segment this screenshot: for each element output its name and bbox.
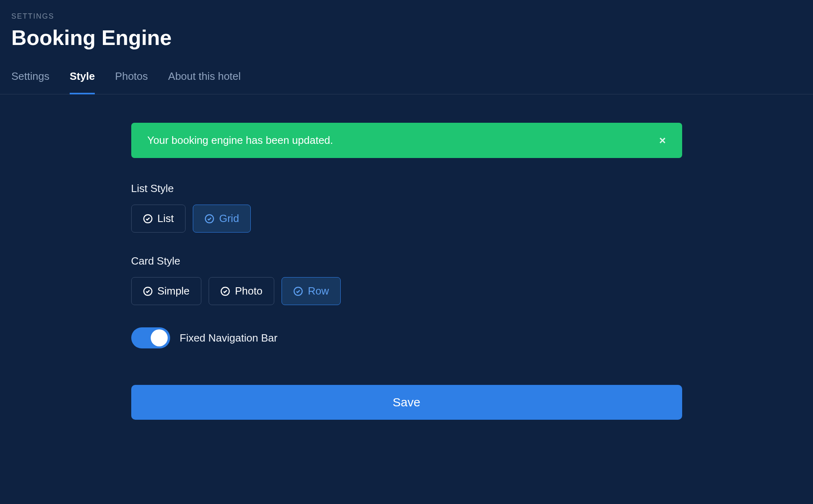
card-style-photo-button[interactable]: Photo — [209, 277, 274, 305]
page-header: SETTINGS Booking Engine — [0, 12, 813, 50]
option-label: Photo — [235, 285, 262, 297]
check-circle-icon — [205, 214, 214, 224]
list-style-grid-button[interactable]: Grid — [193, 205, 251, 233]
card-style-row-button[interactable]: Row — [282, 277, 341, 305]
toggle-knob — [151, 329, 168, 346]
alert-message: Your booking engine has been updated. — [147, 134, 333, 147]
check-circle-icon — [143, 214, 153, 224]
page-title: Booking Engine — [11, 26, 802, 50]
tab-about-hotel[interactable]: About this hotel — [168, 70, 241, 94]
option-label: Row — [308, 285, 329, 297]
check-circle-icon — [143, 286, 153, 296]
option-label: Simple — [158, 285, 190, 297]
list-style-label: List Style — [131, 182, 682, 195]
list-style-options: List Grid — [131, 205, 682, 233]
tabs: Settings Style Photos About this hotel — [0, 70, 813, 94]
save-button[interactable]: Save — [131, 385, 682, 420]
success-alert: Your booking engine has been updated. × — [131, 123, 682, 158]
content-area: Your booking engine has been updated. × … — [123, 123, 690, 420]
tab-settings[interactable]: Settings — [11, 70, 49, 94]
card-style-simple-button[interactable]: Simple — [131, 277, 201, 305]
tab-style[interactable]: Style — [70, 70, 95, 94]
option-label: List — [158, 212, 174, 225]
breadcrumb: SETTINGS — [11, 12, 802, 21]
card-style-label: Card Style — [131, 255, 682, 267]
fixed-nav-toggle[interactable] — [131, 327, 170, 348]
option-label: Grid — [219, 212, 239, 225]
tab-photos[interactable]: Photos — [115, 70, 148, 94]
check-circle-icon — [220, 286, 230, 296]
card-style-options: Simple Photo Row — [131, 277, 682, 305]
close-icon[interactable]: × — [659, 135, 666, 146]
fixed-nav-toggle-row: Fixed Navigation Bar — [131, 327, 682, 348]
list-style-list-button[interactable]: List — [131, 205, 186, 233]
fixed-nav-label: Fixed Navigation Bar — [180, 332, 277, 344]
check-circle-icon — [293, 286, 303, 296]
